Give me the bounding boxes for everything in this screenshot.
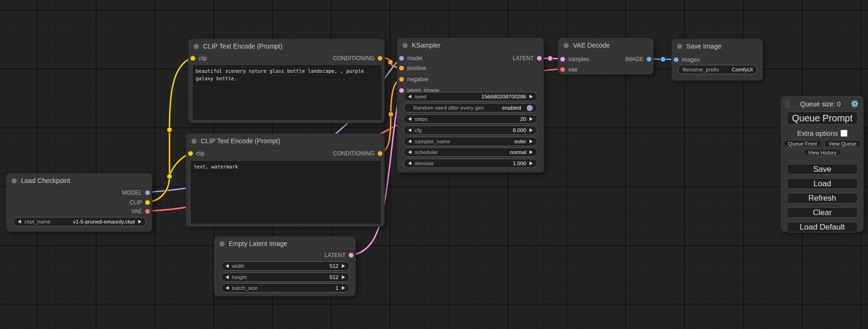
node-vae-decode[interactable]: VAE Decode samples vae IMAGE	[558, 38, 654, 75]
next-value-arrow-icon[interactable]	[529, 140, 533, 143]
vae-port-icon[interactable]	[145, 209, 150, 214]
collapse-dot-icon[interactable]	[191, 139, 197, 144]
queue-front-button[interactable]: Queue Front	[783, 140, 822, 147]
save-button[interactable]: Save	[787, 164, 858, 175]
latent-port-icon[interactable]	[349, 253, 353, 258]
input-port-samples[interactable]: samples	[560, 55, 589, 63]
reroute-dot-negative[interactable]	[388, 112, 394, 117]
denoise-widget[interactable]: denoise 1.000	[403, 159, 537, 168]
reroute-dot-image[interactable]	[661, 57, 666, 62]
decrement-arrow-icon[interactable]	[226, 286, 229, 290]
decrement-arrow-icon[interactable]	[408, 117, 411, 121]
batch-size-widget[interactable]: batch_size 1	[221, 283, 350, 293]
prev-value-arrow-icon[interactable]	[18, 220, 21, 224]
load-button[interactable]: Load	[787, 178, 858, 189]
increment-arrow-icon[interactable]	[529, 128, 533, 132]
scheduler-widget[interactable]: scheduler normal	[403, 147, 537, 157]
input-port-clip[interactable]: clip	[191, 54, 207, 63]
clip-port-icon[interactable]	[145, 200, 150, 205]
node-empty-latent-image[interactable]: Empty Latent Image LATENT width 512 heig…	[214, 236, 356, 296]
decrement-arrow-icon[interactable]	[226, 275, 229, 279]
next-value-arrow-icon[interactable]	[529, 150, 533, 154]
refresh-button[interactable]: Refresh	[787, 193, 858, 203]
width-widget[interactable]: width 512	[221, 261, 350, 271]
seed-widget[interactable]: seed 156680208700286	[403, 92, 537, 101]
node-title-bar[interactable]: CLIP Text Encode (Prompt)	[186, 134, 384, 148]
decrement-arrow-icon[interactable]	[226, 264, 229, 268]
decrement-arrow-icon[interactable]	[408, 128, 411, 132]
input-port-positive[interactable]: positive	[399, 64, 426, 72]
toggle-knob-icon[interactable]	[527, 105, 533, 111]
node-title-bar[interactable]: Empty Latent Image	[214, 237, 355, 251]
input-port-vae[interactable]: vae	[560, 65, 577, 74]
queue-prompt-button[interactable]: Queue Prompt	[787, 112, 858, 125]
node-title-bar[interactable]: Load Checkpoint	[7, 174, 152, 188]
prompt-textarea[interactable]: beautiful scenery nature glass bottle la…	[193, 65, 381, 120]
increment-arrow-icon[interactable]	[342, 275, 345, 279]
output-port-latent[interactable]: LATENT	[513, 54, 542, 63]
conditioning-port-icon[interactable]	[378, 151, 382, 156]
prev-value-arrow-icon[interactable]	[408, 140, 411, 143]
clip-port-icon[interactable]	[191, 56, 195, 61]
output-port-model[interactable]: MODEL	[122, 189, 150, 197]
clear-button[interactable]: Clear	[787, 207, 858, 218]
output-port-latent[interactable]: LATENT	[325, 251, 353, 259]
collapse-dot-icon[interactable]	[12, 178, 17, 183]
latent-port-icon[interactable]	[537, 56, 542, 61]
node-clip-text-encode-positive[interactable]: CLIP Text Encode (Prompt) clip CONDITION…	[188, 39, 385, 123]
node-title-bar[interactable]: VAE Decode	[558, 38, 653, 53]
extra-options-checkbox[interactable]	[840, 130, 847, 137]
input-port-clip[interactable]: clip	[188, 149, 205, 158]
vae-port-icon[interactable]	[560, 67, 565, 72]
input-port-negative[interactable]: negative	[399, 75, 428, 84]
prev-value-arrow-icon[interactable]	[408, 150, 411, 154]
node-title-bar[interactable]: Save Image	[672, 39, 762, 54]
height-widget[interactable]: height 512	[221, 273, 350, 282]
output-port-conditioning[interactable]: CONDITIONING	[333, 54, 382, 63]
collapse-dot-icon[interactable]	[677, 44, 682, 49]
node-ksampler[interactable]: KSampler model positive negative latent_…	[397, 38, 544, 173]
random-seed-widget[interactable]: Random seed after every gen enabled	[403, 103, 537, 112]
increment-arrow-icon[interactable]	[342, 286, 345, 290]
input-port-images[interactable]: images	[674, 56, 700, 64]
node-title-bar[interactable]: CLIP Text Encode (Prompt)	[189, 39, 384, 54]
collapse-dot-icon[interactable]	[219, 241, 225, 246]
latent-port-icon[interactable]	[560, 57, 565, 62]
decrement-arrow-icon[interactable]	[408, 95, 411, 98]
next-value-arrow-icon[interactable]	[138, 220, 141, 224]
drag-handle-icon[interactable]	[786, 100, 790, 107]
load-default-button[interactable]: Load Default	[787, 222, 858, 232]
prompt-textarea[interactable]: text, watermark	[191, 161, 381, 224]
increment-arrow-icon[interactable]	[342, 264, 345, 268]
steps-widget[interactable]: steps 20	[403, 114, 537, 124]
image-port-icon[interactable]	[647, 57, 651, 62]
image-port-icon[interactable]	[674, 57, 678, 62]
node-title-bar[interactable]: KSampler	[397, 38, 543, 53]
reroute-dot-clip-lower[interactable]	[167, 174, 172, 179]
reroute-dot-positive[interactable]	[388, 60, 393, 65]
collapse-dot-icon[interactable]	[194, 44, 199, 49]
conditioning-port-icon[interactable]	[399, 77, 404, 82]
clip-port-icon[interactable]	[188, 151, 193, 156]
decrement-arrow-icon[interactable]	[408, 161, 411, 165]
cfg-widget[interactable]: cfg 8.000	[403, 126, 537, 135]
sampler-name-widget[interactable]: sampler_name euler	[403, 137, 537, 146]
output-port-image[interactable]: IMAGE	[625, 55, 651, 63]
node-save-image[interactable]: Save Image images filename_prefix ComfyU…	[671, 39, 763, 81]
output-port-conditioning[interactable]: CONDITIONING	[333, 149, 382, 158]
output-port-vae[interactable]: VAE	[131, 207, 150, 216]
filename-prefix-widget[interactable]: filename_prefix ComfyUI	[678, 65, 757, 74]
node-clip-text-encode-negative[interactable]: CLIP Text Encode (Prompt) clip CONDITION…	[186, 133, 385, 227]
conditioning-port-icon[interactable]	[399, 66, 404, 70]
next-value-arrow-icon[interactable]	[529, 161, 533, 165]
node-canvas[interactable]: Load Checkpoint MODEL CLIP VAE ckpt_name…	[0, 0, 868, 329]
reroute-dot-latent[interactable]	[548, 56, 553, 61]
conditioning-port-icon[interactable]	[378, 56, 382, 61]
view-history-button[interactable]: View History	[804, 149, 841, 156]
collapse-dot-icon[interactable]	[564, 43, 569, 48]
increment-arrow-icon[interactable]	[529, 117, 533, 121]
settings-gear-icon[interactable]	[851, 100, 859, 108]
node-load-checkpoint[interactable]: Load Checkpoint MODEL CLIP VAE ckpt_name…	[6, 173, 152, 232]
latent-port-icon[interactable]	[399, 88, 404, 93]
input-port-model[interactable]: model	[399, 54, 423, 63]
